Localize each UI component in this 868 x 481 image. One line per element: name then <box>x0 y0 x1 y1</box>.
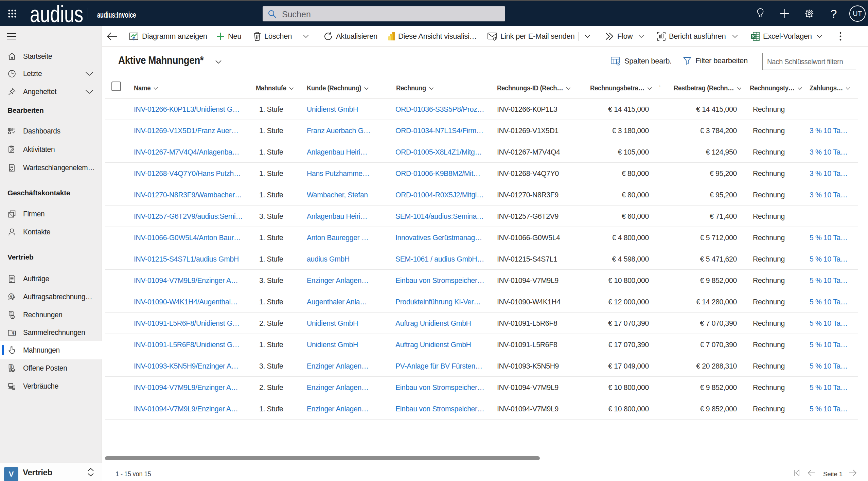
svg-text:$: $ <box>12 331 14 335</box>
svg-text:$: $ <box>10 364 12 368</box>
svg-text:€: € <box>10 294 12 298</box>
